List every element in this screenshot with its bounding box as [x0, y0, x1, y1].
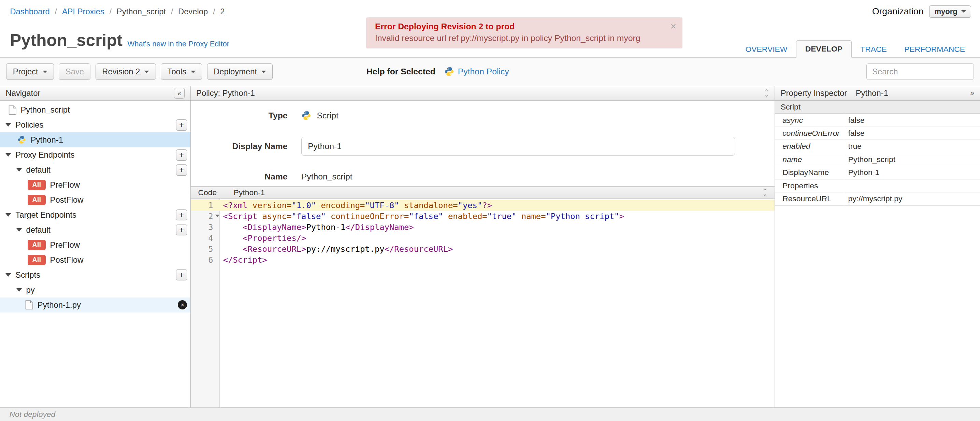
- caret-down-icon: [191, 71, 196, 73]
- nav-item-label: py: [26, 285, 35, 295]
- file-icon: [8, 105, 16, 114]
- organization-dropdown[interactable]: myorg: [929, 5, 971, 17]
- nav-item-proxy-preflow[interactable]: All PreFlow: [0, 177, 190, 192]
- caret-down-icon: [16, 228, 22, 232]
- tab-overview[interactable]: OVERVIEW: [737, 41, 796, 58]
- panel-collapse-icon[interactable]: ⌃⌄: [764, 90, 769, 96]
- code-line[interactable]: 6 </Script>: [191, 254, 775, 265]
- nav-item-label: PreFlow: [50, 180, 80, 190]
- nav-item-target-default[interactable]: default +: [0, 222, 190, 237]
- nav-section-policies[interactable]: Policies +: [0, 118, 190, 132]
- nav-item-label: default: [26, 165, 50, 175]
- add-policy-button[interactable]: +: [176, 119, 187, 131]
- code-token: <DisplayName>: [243, 222, 306, 232]
- nav-section-label: Proxy Endpoints: [15, 150, 75, 160]
- tools-button[interactable]: Tools: [161, 64, 202, 80]
- add-target-flow-button[interactable]: +: [176, 224, 187, 235]
- code-token: <Properties/>: [243, 234, 306, 243]
- python-policy-link[interactable]: Python Policy: [458, 67, 509, 76]
- collapse-navigator-button[interactable]: «: [174, 88, 185, 98]
- add-script-button[interactable]: +: [176, 269, 187, 280]
- property-value[interactable]: [844, 180, 980, 192]
- property-row: Properties: [775, 180, 980, 192]
- nav-section-target-endpoints[interactable]: Target Endpoints +: [0, 207, 190, 222]
- close-icon[interactable]: ×: [670, 21, 676, 32]
- breadcrumb: Dashboard / API Proxies / Python_script …: [10, 7, 224, 16]
- whats-new-link[interactable]: What's new in the Proxy Editor: [127, 40, 229, 48]
- property-value[interactable]: py://myscript.py: [844, 192, 980, 205]
- name-value: Python_script: [301, 172, 353, 181]
- fold-icon[interactable]: [215, 214, 220, 217]
- code-token: async=: [262, 211, 291, 221]
- code-token: "1.0": [291, 200, 316, 210]
- project-button[interactable]: Project: [6, 64, 54, 80]
- caret-down-icon: [16, 288, 22, 292]
- python-policy-icon: [18, 135, 26, 144]
- nav-item-proxy-default[interactable]: default +: [0, 162, 190, 177]
- code-token: py://myscript.py: [306, 244, 384, 254]
- nav-item-target-postflow[interactable]: All PostFlow: [0, 253, 190, 267]
- property-value[interactable]: true: [844, 140, 980, 153]
- property-value[interactable]: Python_script: [844, 153, 980, 166]
- navigator-tree: Python_script Policies + Python-1: [0, 101, 190, 407]
- property-value[interactable]: false: [844, 114, 980, 126]
- delete-script-button[interactable]: ×: [178, 300, 187, 310]
- breadcrumb-item[interactable]: API Proxies: [62, 7, 104, 16]
- nav-item-script-file[interactable]: Python-1.py ×: [0, 297, 190, 313]
- tab-develop[interactable]: DEVELOP: [796, 40, 852, 58]
- caret-down-icon: [5, 153, 11, 157]
- nav-section-scripts[interactable]: Scripts +: [0, 267, 190, 283]
- policy-panel-header: Policy: Python-1 ⌃⌄: [191, 86, 775, 101]
- file-icon: [25, 300, 33, 310]
- search-input[interactable]: [866, 64, 974, 80]
- nav-item-proxy-root[interactable]: Python_script: [0, 102, 190, 118]
- status-bar: Not deployed: [0, 407, 980, 421]
- add-proxy-endpoint-button[interactable]: +: [176, 149, 187, 161]
- code-line[interactable]: 2 <Script async="false" continueOnError=…: [191, 211, 775, 222]
- line-number: 6: [191, 254, 220, 265]
- alert-title: Error Deploying Revision 2 to prod: [375, 22, 660, 32]
- caret-down-icon: [5, 123, 11, 127]
- breadcrumb-item[interactable]: Dashboard: [10, 7, 49, 16]
- nav-item-target-preflow[interactable]: All PreFlow: [0, 237, 190, 253]
- add-proxy-flow-button[interactable]: +: [176, 164, 187, 176]
- name-label: Name: [191, 172, 301, 181]
- expand-inspector-button[interactable]: »: [970, 89, 974, 98]
- deployment-button[interactable]: Deployment: [207, 64, 273, 80]
- property-value[interactable]: false: [844, 127, 980, 140]
- code-line[interactable]: 1 <?xml version="1.0" encoding="UTF-8" s…: [191, 200, 775, 211]
- tab-trace[interactable]: TRACE: [852, 41, 896, 58]
- code-token: "true": [487, 211, 517, 221]
- alert-message: Invalid resource url ref py://myscript.p…: [375, 33, 660, 43]
- property-row: continueOnError false: [775, 127, 980, 140]
- line-number: 1: [191, 200, 220, 211]
- main-area: Navigator « Python_script Policies +: [0, 86, 980, 407]
- breadcrumb-separator: /: [171, 7, 173, 16]
- save-button[interactable]: Save: [59, 64, 91, 80]
- code-collapse-icon[interactable]: ⌃⌄: [762, 189, 767, 195]
- breadcrumb-item: Python_script: [117, 7, 166, 16]
- tab-performance[interactable]: PERFORMANCE: [896, 41, 974, 58]
- add-target-endpoint-button[interactable]: +: [176, 210, 187, 221]
- code-line[interactable]: 3 <DisplayName>Python-1</DisplayName>: [191, 222, 775, 233]
- code-editor[interactable]: 1 <?xml version="1.0" encoding="UTF-8" s…: [191, 199, 775, 407]
- policy-form: Type Script Display Name Nam: [191, 101, 775, 186]
- page-title: Python_script: [10, 30, 123, 50]
- property-label: DisplayName: [775, 166, 844, 179]
- code-token: enabled=: [443, 211, 487, 221]
- nav-section-proxy-endpoints[interactable]: Proxy Endpoints +: [0, 148, 190, 162]
- proxy-editor-page: Dashboard / API Proxies / Python_script …: [0, 0, 980, 421]
- nav-item-proxy-postflow[interactable]: All PostFlow: [0, 192, 190, 207]
- code-line[interactable]: 5 <ResourceURL>py://myscript.py</Resourc…: [191, 244, 775, 254]
- inspector-section-label: Script: [781, 102, 800, 111]
- display-name-input[interactable]: [301, 137, 735, 156]
- revision-button[interactable]: Revision 2: [95, 64, 156, 80]
- display-name-row: Display Name: [191, 137, 775, 156]
- code-token: "false": [291, 211, 326, 221]
- property-value[interactable]: Python-1: [844, 166, 980, 179]
- line-number: 2: [191, 211, 220, 222]
- code-line[interactable]: 4 <Properties/>: [191, 233, 775, 244]
- code-line-text: <ResourceURL>py://myscript.py</ResourceU…: [220, 244, 453, 254]
- nav-item-policy-python-1[interactable]: Python-1: [0, 132, 190, 148]
- nav-group-py[interactable]: py: [0, 283, 190, 297]
